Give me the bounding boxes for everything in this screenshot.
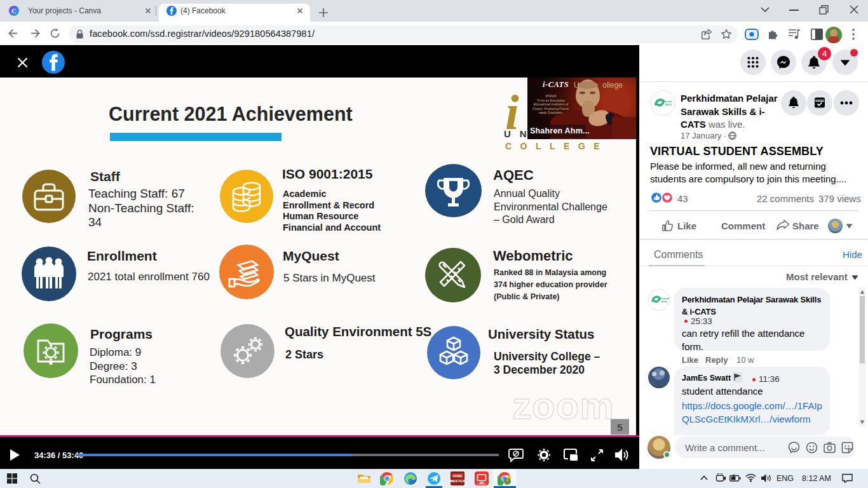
svg-text:Skills: Skills xyxy=(661,301,668,303)
svg-text:VOKE: VOKE xyxy=(452,474,463,478)
svg-text:C: C xyxy=(11,7,17,15)
svg-text:Sarawak: Sarawak xyxy=(660,297,670,300)
svg-text:Skills: Skills xyxy=(665,103,672,106)
svg-text:MEETEX: MEETEX xyxy=(451,479,465,483)
svg-text:CONNECT: CONNECT xyxy=(477,483,487,485)
